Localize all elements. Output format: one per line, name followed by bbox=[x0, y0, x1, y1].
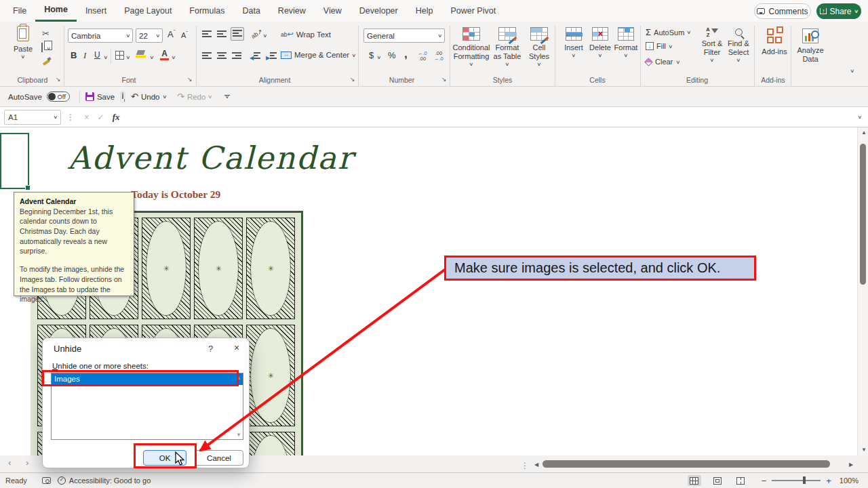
decrease-decimal-button[interactable]: .00→.0 bbox=[434, 51, 443, 61]
chevron-down-icon[interactable] bbox=[125, 54, 130, 60]
zoom-out-icon[interactable]: − bbox=[762, 476, 767, 486]
underline-button[interactable]: U bbox=[94, 50, 100, 60]
redo-button[interactable]: ↷ Redo bbox=[177, 92, 212, 102]
bottom-align-button[interactable] bbox=[231, 27, 244, 41]
insert-cells-button[interactable]: ← Insert bbox=[561, 27, 586, 58]
zoom-slider-handle[interactable] bbox=[803, 476, 806, 484]
undo-button[interactable]: ↶ Undo bbox=[131, 92, 166, 102]
grow-font-button[interactable]: Aˆ bbox=[167, 28, 175, 39]
comments-button[interactable]: Comments bbox=[754, 3, 811, 19]
analyze-data-button[interactable]: Analyze Data bbox=[795, 28, 826, 64]
middle-align-icon[interactable] bbox=[217, 30, 226, 38]
align-right-icon[interactable] bbox=[232, 52, 241, 60]
page-break-view-button[interactable] bbox=[734, 475, 747, 486]
calendar-tile[interactable]: ✳ bbox=[142, 218, 191, 319]
lasso-select-button[interactable] bbox=[120, 91, 125, 103]
chevron-down-icon[interactable] bbox=[171, 54, 176, 60]
cancel-button[interactable]: Cancel bbox=[195, 450, 243, 466]
number-format-combo[interactable]: General bbox=[363, 28, 445, 43]
clear-button[interactable]: Clear bbox=[646, 58, 680, 66]
add-ins-button[interactable]: Add-ins bbox=[760, 28, 789, 56]
name-box[interactable]: A1 bbox=[4, 110, 61, 125]
font-color-button[interactable]: A bbox=[160, 49, 169, 60]
delete-cells-button[interactable]: × Delete bbox=[587, 27, 613, 58]
align-left-icon[interactable] bbox=[202, 52, 212, 60]
bold-button[interactable]: B bbox=[71, 50, 77, 60]
number-dialog-launcher-icon[interactable] bbox=[441, 76, 447, 83]
autosum-button[interactable]: Σ AutoSum bbox=[646, 27, 691, 37]
formula-bar-handle-icon[interactable] bbox=[66, 113, 75, 122]
cut-icon[interactable] bbox=[42, 28, 50, 39]
share-button[interactable]: ↑ Share bbox=[816, 3, 861, 19]
tab-page-layout[interactable]: Page Layout bbox=[115, 0, 180, 22]
percent-style-button[interactable]: % bbox=[388, 50, 396, 60]
alignment-dialog-launcher-icon[interactable] bbox=[350, 76, 355, 83]
wrap-text-button[interactable]: ab↩ Wrap Text bbox=[281, 30, 331, 39]
chevron-down-icon[interactable] bbox=[149, 54, 154, 60]
zoom-in-icon[interactable]: + bbox=[826, 476, 831, 486]
zoom-slider[interactable] bbox=[772, 480, 821, 481]
save-button[interactable]: Save bbox=[85, 92, 115, 101]
calendar-tile[interactable]: ✳ bbox=[246, 218, 295, 319]
decrease-indent-button[interactable]: ◀ bbox=[250, 52, 260, 61]
font-size-combo[interactable]: 22 bbox=[136, 28, 163, 43]
scroll-left-icon[interactable]: ◀ bbox=[534, 462, 538, 468]
chevron-down-icon[interactable] bbox=[376, 54, 381, 60]
borders-icon[interactable] bbox=[115, 51, 124, 60]
zoom-level[interactable]: 100% bbox=[840, 476, 859, 485]
chevron-down-icon[interactable] bbox=[103, 54, 108, 60]
sort-filter-button[interactable]: AZ Sort & Filter bbox=[700, 27, 724, 63]
page-layout-view-button[interactable] bbox=[711, 475, 724, 486]
calendar-tile[interactable]: ✳ bbox=[246, 325, 295, 426]
orientation-icon[interactable]: ab↗ bbox=[250, 28, 264, 40]
dialog-help-icon[interactable]: ? bbox=[208, 344, 213, 354]
shrink-font-button[interactable]: Aˇ bbox=[181, 30, 188, 39]
increase-indent-button[interactable]: ▶ bbox=[266, 52, 277, 61]
tab-review[interactable]: Review bbox=[269, 0, 315, 22]
format-as-table-button[interactable]: Format as Table bbox=[491, 27, 524, 67]
listbox-scroll-down-icon[interactable]: ▼ bbox=[236, 432, 241, 438]
insert-function-icon[interactable]: fx bbox=[113, 112, 120, 123]
sheet-nav-left-icon[interactable]: ‹ bbox=[8, 458, 11, 468]
cell-styles-button[interactable]: Cell Styles bbox=[525, 27, 553, 67]
autosave-toggle[interactable]: Off bbox=[47, 92, 70, 102]
conditional-formatting-button[interactable]: Conditional Formatting bbox=[454, 27, 488, 67]
scrollbar-resize-handle-icon[interactable] bbox=[521, 459, 529, 471]
merge-center-button[interactable]: ↔ Merge & Center bbox=[281, 51, 356, 59]
fill-color-button[interactable] bbox=[136, 50, 146, 58]
calendar-tile[interactable]: ✳ bbox=[246, 432, 295, 455]
tab-insert[interactable]: Insert bbox=[77, 0, 115, 22]
tab-home[interactable]: Home bbox=[35, 0, 77, 22]
comma-style-button[interactable]: , bbox=[404, 47, 408, 61]
formula-input[interactable] bbox=[125, 110, 858, 125]
increase-decimal-button[interactable]: ←.0.00 bbox=[418, 51, 427, 61]
scroll-right-icon[interactable]: ▶ bbox=[849, 462, 853, 468]
tab-power-pivot[interactable]: Power Pivot bbox=[441, 0, 505, 22]
tab-file[interactable]: File bbox=[4, 0, 35, 22]
tab-data[interactable]: Data bbox=[233, 0, 269, 22]
enter-entry-icon[interactable]: ✓ bbox=[98, 113, 104, 122]
customize-quick-access-icon[interactable] bbox=[224, 95, 230, 99]
accounting-format-button[interactable]: $ bbox=[369, 50, 374, 60]
cancel-entry-icon[interactable]: × bbox=[84, 112, 90, 122]
vertical-scroll-thumb[interactable] bbox=[860, 144, 866, 285]
tab-developer[interactable]: Developer bbox=[351, 0, 407, 22]
chevron-down-icon[interactable] bbox=[262, 33, 267, 39]
sheet-nav-right-icon[interactable]: › bbox=[26, 458, 28, 468]
scroll-down-icon[interactable]: ▼ bbox=[861, 447, 867, 453]
calendar-tile[interactable]: ✳ bbox=[194, 218, 243, 319]
normal-view-button[interactable] bbox=[688, 475, 701, 486]
tab-formulas[interactable]: Formulas bbox=[180, 0, 233, 22]
fill-button[interactable]: ↓ Fill bbox=[646, 42, 673, 50]
top-align-icon[interactable] bbox=[202, 30, 212, 38]
format-cells-button[interactable]: Format bbox=[613, 27, 639, 58]
horizontal-scroll-thumb[interactable] bbox=[542, 460, 830, 468]
scroll-up-icon[interactable]: ▲ bbox=[861, 129, 867, 136]
align-center-icon[interactable] bbox=[217, 52, 226, 60]
tab-view[interactable]: View bbox=[315, 0, 351, 22]
record-macro-icon[interactable] bbox=[42, 477, 51, 484]
expand-formula-bar-icon[interactable] bbox=[857, 114, 862, 120]
copy-button[interactable] bbox=[41, 43, 51, 52]
vertical-scrollbar[interactable]: ▲ ▼ bbox=[857, 127, 868, 455]
font-name-combo[interactable]: Cambria bbox=[68, 28, 133, 43]
